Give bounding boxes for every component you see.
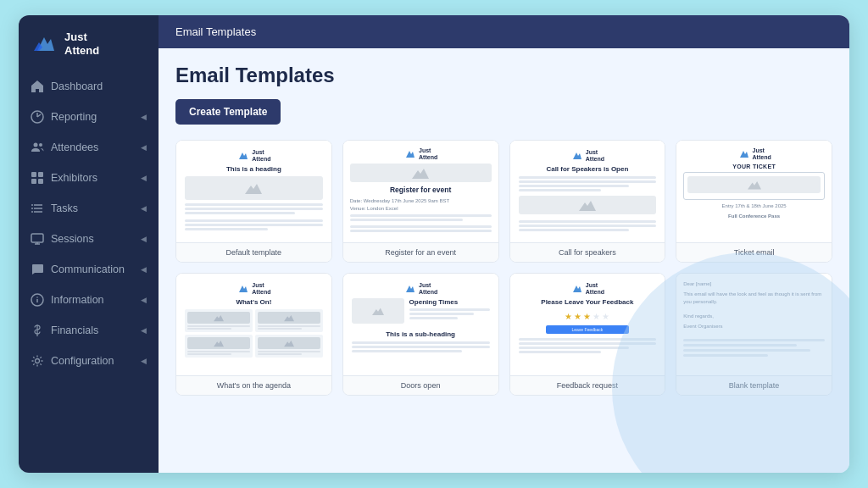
card-logo-icon-2: [403, 148, 415, 160]
svg-marker-29: [748, 181, 761, 190]
sidebar-item-dashboard[interactable]: Dashboard: [19, 71, 159, 102]
session-mountain-3: [214, 339, 224, 347]
svg-point-4: [39, 143, 42, 147]
svg-marker-25: [412, 169, 429, 179]
svg-marker-31: [214, 315, 224, 321]
svg-point-14: [31, 211, 33, 213]
people-icon: [31, 141, 44, 154]
gear-icon: [31, 354, 44, 368]
svg-point-13: [31, 208, 33, 209]
speakers-heading: Call for Speakers is Open: [546, 165, 628, 173]
svg-marker-23: [245, 184, 262, 194]
svg-rect-15: [31, 234, 43, 242]
sidebar: Just Attend Dashboard: [19, 15, 159, 473]
card-logo-icon-6: [403, 283, 415, 295]
svg-marker-35: [406, 286, 415, 292]
template-card-agenda[interactable]: JustAttend What's On!: [175, 273, 332, 396]
template-card-doors[interactable]: JustAttend Opening Times: [342, 273, 499, 396]
register-template-label: Register for an event: [343, 242, 498, 262]
sidebar-item-tasks[interactable]: Tasks ◀: [19, 193, 159, 224]
feedback-heading: Please Leave Your Feedback: [541, 298, 633, 306]
template-card-register[interactable]: JustAttend Register for event Date: Wedn…: [342, 140, 499, 263]
session-mountain-1: [214, 313, 224, 322]
star-2: ★: [574, 312, 581, 321]
template-card-default[interactable]: JustAttend This is a heading: [175, 140, 332, 263]
doors-heading: Opening Times: [409, 298, 490, 306]
session-mountain-4: [284, 339, 294, 347]
svg-rect-8: [38, 179, 43, 184]
create-template-button[interactable]: Create Template: [175, 99, 281, 125]
svg-marker-30: [239, 286, 248, 292]
content-area: Email Templates Create Template JustAtte…: [159, 48, 849, 473]
svg-marker-34: [284, 341, 294, 347]
agenda-template-label: What's on the agenda: [176, 375, 331, 395]
reporting-chevron: ◀: [141, 113, 147, 121]
star-5: ★: [602, 312, 609, 321]
main-content: Email Templates Email Templates Create T…: [159, 15, 849, 473]
sessions-chevron: ◀: [141, 235, 147, 243]
svg-point-20: [36, 297, 38, 298]
ticket-mountain-icon: [748, 180, 761, 190]
mountain-icon: [245, 182, 262, 194]
info-icon: [31, 293, 44, 307]
configuration-chevron: ◀: [141, 357, 147, 365]
template-card-ticket[interactable]: JustAttend YOUR TICKET Entry 17th & 18th…: [676, 140, 832, 263]
svg-marker-36: [372, 308, 384, 315]
logo-icon: [31, 30, 58, 58]
logo: Just Attend: [19, 15, 159, 71]
sidebar-item-exhibitors[interactable]: Exhibitors ◀: [19, 163, 159, 193]
sidebar-item-sessions[interactable]: Sessions ◀: [19, 224, 159, 254]
monitor-icon: [31, 232, 44, 246]
mountain-icon-3: [579, 199, 596, 211]
topbar: Email Templates: [159, 15, 849, 48]
sidebar-item-configuration[interactable]: Configuration ◀: [19, 346, 159, 376]
topbar-title: Email Templates: [175, 25, 256, 38]
list-icon: [31, 202, 44, 215]
agenda-heading: What's On!: [236, 298, 271, 306]
home-icon: [31, 80, 44, 93]
svg-rect-6: [38, 172, 43, 177]
chat-icon: [31, 263, 44, 276]
sidebar-item-communication[interactable]: Communication ◀: [19, 254, 159, 285]
default-heading: This is a heading: [226, 165, 281, 173]
doors-template-label: Doors open: [343, 375, 498, 395]
svg-marker-37: [573, 286, 581, 292]
svg-marker-24: [406, 151, 415, 158]
card-logo-icon: [236, 150, 248, 162]
default-template-label: Default template: [176, 242, 331, 262]
doors-subheading: This is a sub-heading: [386, 330, 455, 338]
card-logo-icon-4: [737, 148, 749, 160]
svg-rect-7: [31, 179, 36, 184]
logo-text: Just Attend: [64, 30, 99, 57]
star-4: ★: [593, 312, 600, 321]
card-logo-icon-3: [570, 150, 582, 162]
template-card-speakers[interactable]: JustAttend Call for Speakers is Open: [509, 140, 666, 263]
tasks-chevron: ◀: [141, 204, 147, 213]
svg-marker-26: [573, 152, 581, 159]
svg-marker-33: [214, 341, 224, 347]
speakers-template-label: Call for speakers: [510, 242, 665, 262]
register-heading: Register for event: [390, 186, 451, 194]
sidebar-item-financials[interactable]: Financials ◀: [19, 315, 159, 346]
svg-point-12: [31, 204, 33, 206]
financials-chevron: ◀: [141, 326, 147, 335]
template-card-feedback[interactable]: JustAttend Please Leave Your Feedback ★ …: [509, 273, 666, 396]
attendees-chevron: ◀: [141, 143, 147, 152]
sidebar-item-attendees[interactable]: Attendees ◀: [19, 132, 159, 163]
information-chevron: ◀: [141, 296, 147, 304]
page-title: Email Templates: [175, 64, 832, 87]
feedback-template-label: Feedback request: [510, 375, 665, 395]
svg-rect-5: [31, 172, 36, 177]
sidebar-item-reporting[interactable]: Reporting ◀: [19, 102, 159, 132]
template-card-blank[interactable]: Dear [name] This email will have the loo…: [676, 273, 832, 396]
ticket-template-label: Ticket email: [676, 242, 832, 262]
sidebar-item-information[interactable]: Information ◀: [19, 285, 159, 315]
svg-marker-32: [284, 315, 294, 321]
chart-icon: [31, 110, 44, 124]
communication-chevron: ◀: [141, 265, 147, 274]
svg-marker-27: [579, 201, 596, 211]
svg-point-21: [36, 359, 40, 363]
star-3: ★: [583, 312, 591, 321]
mountain-icon-2: [412, 167, 429, 179]
grid-icon: [31, 171, 44, 185]
